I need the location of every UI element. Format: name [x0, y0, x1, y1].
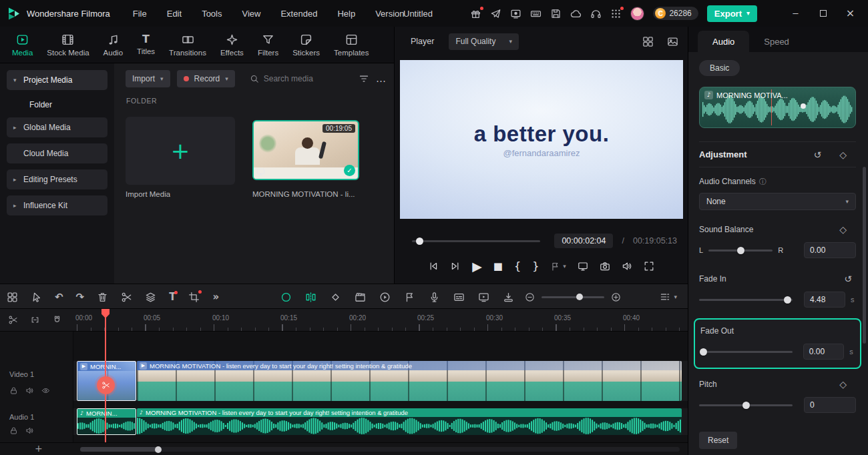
- auto-ripple-toggle[interactable]: [280, 292, 292, 303]
- search-input[interactable]: [264, 74, 337, 83]
- mirror-display-button[interactable]: [578, 261, 588, 272]
- menu-tools[interactable]: Tools: [202, 9, 222, 19]
- more-tools-button[interactable]: »: [212, 292, 219, 302]
- tab-audio[interactable]: Audio: [698, 31, 749, 52]
- tab-stickers[interactable]: Stickers: [292, 33, 320, 57]
- audio-channels-dropdown[interactable]: None ▾: [699, 193, 856, 210]
- keyframe-icon[interactable]: ◇: [839, 380, 847, 389]
- cut-button[interactable]: [121, 292, 132, 303]
- keyframe-button[interactable]: [330, 292, 341, 303]
- cloud-button[interactable]: [570, 8, 582, 19]
- snap-icon[interactable]: [52, 315, 62, 325]
- fade-in-slider[interactable]: [699, 295, 793, 304]
- menu-help[interactable]: Help: [337, 9, 355, 19]
- share-button[interactable]: [490, 8, 501, 19]
- layout-grid-icon[interactable]: [642, 36, 654, 47]
- video-clip[interactable]: ▶MORNING MOTIVATION - listen every day t…: [137, 361, 682, 401]
- zoom-out-button[interactable]: [525, 292, 535, 302]
- menu-extended[interactable]: Extended: [280, 9, 317, 19]
- reset-button[interactable]: Reset: [699, 432, 737, 449]
- audio-clip[interactable]: ♪MORNING MOTIVATION - listen every day t…: [137, 408, 682, 435]
- mute-track-icon[interactable]: [25, 386, 34, 395]
- crop-button[interactable]: [188, 292, 200, 303]
- quick-split-badge[interactable]: [97, 376, 115, 394]
- ripple-edit-button[interactable]: [145, 292, 156, 303]
- previous-frame-button[interactable]: [428, 261, 439, 272]
- more-options-icon[interactable]: …: [376, 74, 386, 84]
- support-button[interactable]: [590, 8, 602, 19]
- split-playhead-button[interactable]: [305, 292, 316, 303]
- seek-bar[interactable]: [412, 237, 540, 245]
- tab-templates[interactable]: Templates: [334, 33, 369, 57]
- tab-filters[interactable]: Filters: [258, 33, 278, 57]
- menu-file[interactable]: File: [133, 9, 147, 19]
- export-button[interactable]: Export▾: [707, 5, 757, 22]
- shortcuts-button[interactable]: [530, 8, 541, 19]
- sidebar-item-cloud-media[interactable]: ▸Cloud Media: [7, 143, 107, 163]
- add-text-button[interactable]: T: [169, 292, 176, 302]
- menu-view[interactable]: View: [242, 9, 260, 19]
- fade-out-value[interactable]: 0.00: [803, 344, 844, 360]
- audio-clip-preview[interactable]: ♪MORNING MOTIVA...: [699, 87, 856, 128]
- sidebar-item-project-media[interactable]: ▾Project Media: [7, 70, 107, 90]
- hscroll-thumb[interactable]: [80, 447, 159, 452]
- play-button[interactable]: ▶: [472, 260, 482, 273]
- slider-handle[interactable]: [700, 348, 707, 356]
- zoom-handle[interactable]: [576, 294, 583, 300]
- maximize-button[interactable]: [809, 0, 837, 27]
- user-avatar[interactable]: [630, 7, 644, 21]
- effects-button[interactable]: [355, 292, 366, 303]
- tab-speed[interactable]: Speed: [749, 31, 804, 52]
- pitch-slider[interactable]: [699, 400, 793, 410]
- tab-audio[interactable]: Audio: [103, 33, 123, 57]
- audio-clip-selected[interactable]: ♪MORNIN...: [77, 408, 136, 435]
- info-icon[interactable]: ⓘ: [759, 178, 767, 185]
- fade-out-slider[interactable]: [700, 347, 793, 356]
- slider-handle[interactable]: [784, 296, 791, 304]
- record-button[interactable]: Record▾: [177, 70, 235, 87]
- marker-dropdown-button[interactable]: ▾: [550, 262, 566, 272]
- coin-balance[interactable]: C26286: [653, 7, 698, 20]
- lock-track-icon[interactable]: [9, 426, 18, 435]
- auto-caption-button[interactable]: [453, 292, 465, 303]
- slider-handle[interactable]: [737, 247, 744, 254]
- close-button[interactable]: ×: [837, 0, 864, 27]
- zoom-slider[interactable]: [541, 293, 604, 301]
- undo-button[interactable]: ↶: [55, 292, 63, 302]
- sidebar-item-influence-kit[interactable]: ▸Influence Kit: [7, 195, 107, 215]
- voiceover-button[interactable]: [429, 292, 440, 303]
- add-track-button[interactable]: +: [35, 444, 43, 453]
- mute-track-icon[interactable]: [25, 426, 34, 435]
- minimize-button[interactable]: ─: [782, 0, 809, 27]
- delete-button[interactable]: [97, 292, 108, 303]
- sidebar-item-global-media[interactable]: ▸Global Media: [7, 117, 107, 137]
- lock-track-icon[interactable]: [9, 386, 18, 395]
- hscroll-knob[interactable]: [155, 446, 162, 453]
- slider-handle[interactable]: [742, 402, 750, 409]
- apps-menu-button[interactable]: [610, 8, 622, 19]
- inspector-scrollbar[interactable]: [863, 167, 866, 344]
- keyframe-icon[interactable]: ◇: [839, 150, 847, 159]
- link-clips-icon[interactable]: [30, 315, 40, 325]
- playhead-line[interactable]: [105, 309, 106, 442]
- tab-effects[interactable]: Effects: [220, 33, 244, 57]
- quick-export-button[interactable]: [503, 292, 514, 303]
- toolbox-button[interactable]: [7, 292, 18, 303]
- mark-out-button[interactable]: }: [532, 261, 539, 272]
- timeline-hscrollbar[interactable]: [80, 447, 680, 452]
- import-media-tile[interactable]: +: [126, 117, 235, 185]
- sound-balance-value[interactable]: 0.00: [804, 242, 856, 258]
- volume-button[interactable]: [622, 261, 632, 272]
- stop-button[interactable]: ■: [493, 262, 503, 272]
- mark-in-button[interactable]: {: [514, 261, 521, 272]
- hide-track-icon[interactable]: [41, 386, 50, 395]
- screen-record-button[interactable]: [510, 8, 521, 19]
- render-preview-button[interactable]: [379, 292, 391, 303]
- redo-button[interactable]: ↷: [76, 292, 85, 302]
- gift-button[interactable]: [470, 8, 481, 19]
- seek-handle[interactable]: [416, 238, 423, 245]
- scene-preview-icon[interactable]: [667, 36, 678, 47]
- marker-button[interactable]: [404, 292, 415, 303]
- import-button[interactable]: Import▾: [126, 70, 170, 87]
- tab-transitions[interactable]: Transitions: [169, 33, 206, 57]
